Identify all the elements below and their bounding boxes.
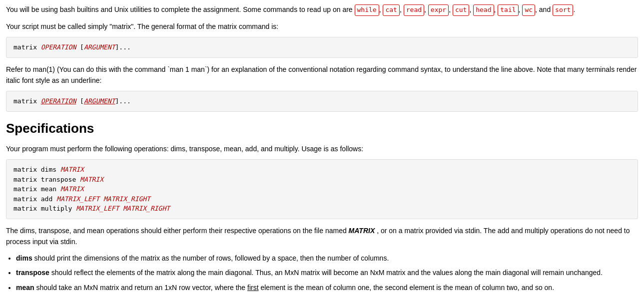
- code3-line1: matrix dims MATRIX: [13, 165, 631, 175]
- list-item-mean: mean should take an MxN matrix and retur…: [16, 282, 638, 294]
- code-block-1: matrix OPERATION [ARGUMENT]...: [6, 37, 638, 58]
- intro-text1: You will be using bash builtins and Unix…: [6, 5, 353, 13]
- code1-argument: ARGUMENT: [84, 43, 115, 51]
- code2-operation: OPERATION: [41, 97, 76, 105]
- mean-text2: element is the mean of column one, the s…: [259, 284, 554, 292]
- command-cut: cut: [453, 4, 469, 16]
- mean-first: first: [247, 284, 259, 292]
- code1-end: ]...: [115, 43, 131, 51]
- code2-end: ]...: [115, 97, 131, 105]
- code-block-2: matrix OPERATION [ARGUMENT]...: [6, 91, 638, 112]
- code1-operation: OPERATION: [41, 43, 76, 51]
- code3-line4: matrix add MATRIX_LEFT MATRIX_RIGHT: [13, 194, 631, 204]
- command-expr: expr: [428, 4, 449, 16]
- script-name-text: Your script must be called simply "matri…: [6, 21, 638, 32]
- operations-description: The dims, transpose, and mean operations…: [6, 225, 638, 248]
- list-item-transpose: transpose should reflect the elements of…: [16, 267, 638, 279]
- command-while: while: [355, 4, 379, 16]
- command-wc: wc: [522, 4, 535, 16]
- mean-keyword: mean: [16, 284, 34, 292]
- transpose-text: should reflect the elements of the matri…: [49, 269, 603, 277]
- refer-text: Refer to man(1) (You can do this with th…: [6, 64, 638, 86]
- code1-bracket-open: [: [76, 43, 84, 51]
- code-block-3: matrix dims MATRIX matrix transpose MATR…: [6, 159, 638, 219]
- operations-list: dims should print the dimensions of the …: [16, 253, 638, 294]
- code3-line3: matrix mean MATRIX: [13, 184, 631, 194]
- matrix-italic-ref: MATRIX: [349, 227, 375, 235]
- code3-line2: matrix transpose MATRIX: [13, 175, 631, 185]
- code3-line5: matrix multiply MATRIX_LEFT MATRIX_RIGHT: [13, 204, 631, 214]
- code2-bracket-open: [: [76, 97, 84, 105]
- mean-text1: should take an MxN matrix and return an …: [34, 284, 247, 292]
- specifications-title: Specifications: [6, 119, 638, 138]
- code2-argument: ARGUMENT: [84, 97, 115, 105]
- command-sort: sort: [553, 4, 573, 16]
- code2-plain: matrix: [13, 97, 41, 105]
- list-item-dims: dims should print the dimensions of the …: [16, 253, 638, 265]
- command-read: read: [404, 4, 424, 16]
- command-head: head: [473, 4, 494, 16]
- intro-paragraph: You will be using bash builtins and Unix…: [6, 4, 638, 16]
- command-tail: tail: [498, 4, 518, 16]
- dims-keyword: dims: [16, 254, 32, 262]
- code1-plain: matrix: [13, 43, 41, 51]
- specifications-intro: Your program must perform the following …: [6, 143, 638, 154]
- command-cat: cat: [383, 4, 399, 16]
- transpose-keyword: transpose: [16, 269, 49, 277]
- dims-text: should print the dimensions of the matri…: [32, 254, 389, 262]
- operations-text1: The dims, transpose, and mean operations…: [6, 227, 347, 235]
